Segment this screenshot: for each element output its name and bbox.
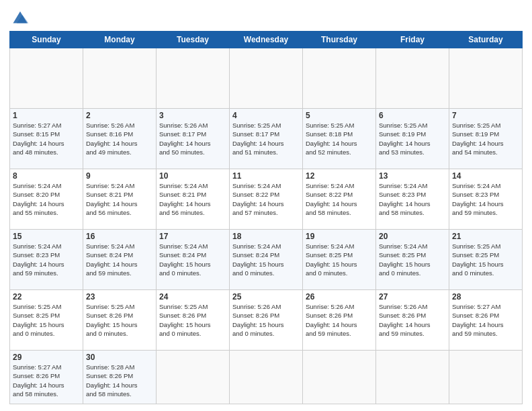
day-info: Sunrise: 5:24 AM Sunset: 8:25 PM Dayligh…	[379, 242, 446, 277]
day-number: 20	[379, 232, 446, 241]
calendar-cell: 12Sunrise: 5:24 AM Sunset: 8:22 PM Dayli…	[303, 169, 376, 230]
day-number: 12	[306, 171, 373, 181]
calendar-cell	[303, 351, 376, 404]
day-info: Sunrise: 5:25 AM Sunset: 8:25 PM Dayligh…	[452, 242, 519, 277]
calendar-cell: 28Sunrise: 5:27 AM Sunset: 8:26 PM Dayli…	[449, 290, 523, 351]
calendar-cell: 9Sunrise: 5:24 AM Sunset: 8:21 PM Daylig…	[83, 169, 157, 230]
day-info: Sunrise: 5:26 AM Sunset: 8:26 PM Dayligh…	[306, 302, 373, 338]
calendar-cell: 13Sunrise: 5:24 AM Sunset: 8:23 PM Dayli…	[376, 169, 449, 230]
day-info: Sunrise: 5:25 AM Sunset: 8:25 PM Dayligh…	[13, 302, 80, 338]
day-number: 16	[86, 232, 153, 241]
day-number: 4	[232, 111, 300, 120]
calendar-cell: 21Sunrise: 5:25 AM Sunset: 8:25 PM Dayli…	[449, 230, 523, 290]
day-number: 7	[452, 111, 519, 120]
day-number: 17	[159, 232, 226, 241]
calendar-cell	[449, 351, 523, 404]
calendar-cell: 18Sunrise: 5:24 AM Sunset: 8:24 PM Dayli…	[230, 230, 303, 290]
day-info: Sunrise: 5:27 AM Sunset: 8:15 PM Dayligh…	[13, 121, 80, 156]
calendar-cell: 20Sunrise: 5:24 AM Sunset: 8:25 PM Dayli…	[376, 230, 449, 290]
day-info: Sunrise: 5:24 AM Sunset: 8:23 PM Dayligh…	[379, 181, 446, 217]
weekday-header-row: Sunday Monday Tuesday Wednesday Thursday…	[10, 32, 523, 48]
day-info: Sunrise: 5:27 AM Sunset: 8:26 PM Dayligh…	[13, 363, 80, 398]
calendar-cell	[83, 48, 157, 109]
calendar-cell: 3Sunrise: 5:26 AM Sunset: 8:17 PM Daylig…	[157, 109, 230, 169]
week-row-5: 29Sunrise: 5:27 AM Sunset: 8:26 PM Dayli…	[10, 351, 523, 404]
logo	[9, 7, 31, 26]
calendar-cell	[157, 48, 230, 109]
calendar-cell	[303, 48, 376, 109]
calendar-cell	[376, 351, 449, 404]
calendar-cell: 14Sunrise: 5:24 AM Sunset: 8:23 PM Dayli…	[449, 169, 523, 230]
day-number: 19	[306, 232, 373, 241]
calendar-cell	[376, 48, 449, 109]
calendar-cell: 16Sunrise: 5:24 AM Sunset: 8:24 PM Dayli…	[83, 230, 157, 290]
header	[9, 7, 523, 26]
calendar-cell: 26Sunrise: 5:26 AM Sunset: 8:26 PM Dayli…	[303, 290, 376, 351]
calendar-cell: 5Sunrise: 5:25 AM Sunset: 8:18 PM Daylig…	[303, 109, 376, 169]
day-number: 30	[86, 353, 153, 362]
day-number: 18	[232, 232, 300, 241]
day-info: Sunrise: 5:24 AM Sunset: 8:21 PM Dayligh…	[159, 181, 226, 217]
header-monday: Monday	[83, 32, 157, 48]
day-info: Sunrise: 5:26 AM Sunset: 8:26 PM Dayligh…	[232, 302, 300, 338]
week-row-2: 8Sunrise: 5:24 AM Sunset: 8:20 PM Daylig…	[10, 169, 523, 230]
day-info: Sunrise: 5:25 AM Sunset: 8:18 PM Dayligh…	[306, 121, 373, 156]
day-number: 9	[86, 171, 153, 181]
day-info: Sunrise: 5:26 AM Sunset: 8:26 PM Dayligh…	[379, 302, 446, 338]
header-saturday: Saturday	[449, 32, 523, 48]
day-number: 5	[306, 111, 373, 120]
day-info: Sunrise: 5:24 AM Sunset: 8:24 PM Dayligh…	[232, 242, 300, 277]
calendar-table: Sunday Monday Tuesday Wednesday Thursday…	[9, 31, 523, 404]
day-info: Sunrise: 5:24 AM Sunset: 8:24 PM Dayligh…	[86, 242, 153, 277]
logo-icon	[11, 7, 30, 26]
day-number: 8	[13, 171, 80, 181]
header-thursday: Thursday	[303, 32, 376, 48]
calendar-cell: 17Sunrise: 5:24 AM Sunset: 8:24 PM Dayli…	[157, 230, 230, 290]
day-number: 10	[159, 171, 226, 181]
day-number: 15	[13, 232, 80, 241]
calendar-cell: 30Sunrise: 5:28 AM Sunset: 8:26 PM Dayli…	[83, 351, 157, 404]
calendar-cell	[230, 48, 303, 109]
calendar-cell: 19Sunrise: 5:24 AM Sunset: 8:25 PM Dayli…	[303, 230, 376, 290]
day-info: Sunrise: 5:26 AM Sunset: 8:17 PM Dayligh…	[159, 121, 226, 156]
day-number: 27	[379, 292, 446, 302]
day-info: Sunrise: 5:24 AM Sunset: 8:23 PM Dayligh…	[13, 242, 80, 277]
day-number: 14	[452, 171, 519, 181]
calendar-cell: 4Sunrise: 5:25 AM Sunset: 8:17 PM Daylig…	[230, 109, 303, 169]
calendar-cell: 15Sunrise: 5:24 AM Sunset: 8:23 PM Dayli…	[10, 230, 83, 290]
week-row-3: 15Sunrise: 5:24 AM Sunset: 8:23 PM Dayli…	[10, 230, 523, 290]
calendar-cell	[449, 48, 523, 109]
day-number: 1	[13, 111, 80, 120]
day-info: Sunrise: 5:24 AM Sunset: 8:22 PM Dayligh…	[232, 181, 300, 217]
calendar-cell: 27Sunrise: 5:26 AM Sunset: 8:26 PM Dayli…	[376, 290, 449, 351]
calendar-cell: 7Sunrise: 5:25 AM Sunset: 8:19 PM Daylig…	[449, 109, 523, 169]
day-info: Sunrise: 5:28 AM Sunset: 8:26 PM Dayligh…	[86, 363, 153, 398]
day-info: Sunrise: 5:25 AM Sunset: 8:19 PM Dayligh…	[379, 121, 446, 156]
day-number: 11	[232, 171, 300, 181]
day-info: Sunrise: 5:25 AM Sunset: 8:26 PM Dayligh…	[86, 302, 153, 338]
day-info: Sunrise: 5:25 AM Sunset: 8:26 PM Dayligh…	[159, 302, 226, 338]
day-number: 13	[379, 171, 446, 181]
calendar-cell: 1Sunrise: 5:27 AM Sunset: 8:15 PM Daylig…	[10, 109, 83, 169]
day-number: 23	[86, 292, 153, 302]
calendar-cell	[157, 351, 230, 404]
header-friday: Friday	[376, 32, 449, 48]
day-number: 24	[159, 292, 226, 302]
calendar-cell: 29Sunrise: 5:27 AM Sunset: 8:26 PM Dayli…	[10, 351, 83, 404]
day-info: Sunrise: 5:26 AM Sunset: 8:16 PM Dayligh…	[86, 121, 153, 156]
header-sunday: Sunday	[10, 32, 83, 48]
day-number: 29	[13, 353, 80, 362]
day-number: 6	[379, 111, 446, 120]
day-number: 26	[306, 292, 373, 302]
day-info: Sunrise: 5:24 AM Sunset: 8:24 PM Dayligh…	[159, 242, 226, 277]
header-wednesday: Wednesday	[230, 32, 303, 48]
calendar-cell	[10, 48, 83, 109]
header-tuesday: Tuesday	[157, 32, 230, 48]
calendar-cell: 22Sunrise: 5:25 AM Sunset: 8:25 PM Dayli…	[10, 290, 83, 351]
calendar-cell: 10Sunrise: 5:24 AM Sunset: 8:21 PM Dayli…	[157, 169, 230, 230]
week-row-0	[10, 48, 523, 109]
calendar-cell: 11Sunrise: 5:24 AM Sunset: 8:22 PM Dayli…	[230, 169, 303, 230]
calendar-cell: 6Sunrise: 5:25 AM Sunset: 8:19 PM Daylig…	[376, 109, 449, 169]
day-info: Sunrise: 5:27 AM Sunset: 8:26 PM Dayligh…	[452, 302, 519, 338]
day-info: Sunrise: 5:24 AM Sunset: 8:21 PM Dayligh…	[86, 181, 153, 217]
